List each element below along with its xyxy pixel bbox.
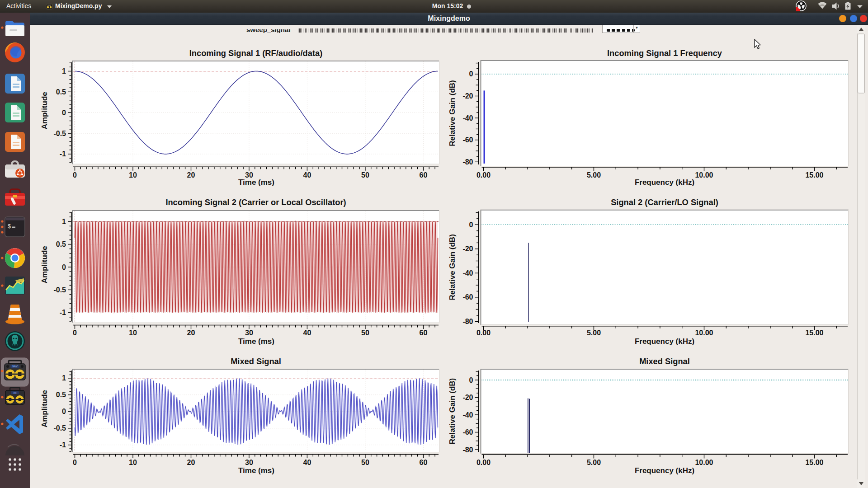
svg-text:Time (ms): Time (ms) <box>238 178 274 187</box>
svg-text:Frequency (kHz): Frequency (kHz) <box>635 466 694 475</box>
svg-text:0: 0 <box>73 171 77 179</box>
svg-text:10: 10 <box>129 329 137 337</box>
svg-text:-80: -80 <box>462 158 473 166</box>
svg-text:0: 0 <box>62 408 66 415</box>
svg-text:Time (ms): Time (ms) <box>238 466 274 475</box>
svg-text:-40: -40 <box>462 114 473 122</box>
svg-text:-80: -80 <box>462 446 473 454</box>
svg-text:-20: -20 <box>462 245 473 253</box>
svg-text:15.00: 15.00 <box>805 459 823 466</box>
svg-text:5.00: 5.00 <box>587 171 601 179</box>
svg-text:-1: -1 <box>60 309 66 316</box>
svg-text:1: 1 <box>62 374 66 382</box>
svg-text:0.00: 0.00 <box>476 329 491 337</box>
svg-text:0: 0 <box>469 221 473 229</box>
svg-text:15.00: 15.00 <box>805 171 823 179</box>
svg-text:Signal 2 (Carrier/LO Signal): Signal 2 (Carrier/LO Signal) <box>611 197 718 207</box>
svg-text:0: 0 <box>73 459 77 466</box>
svg-text:40: 40 <box>303 459 311 466</box>
svg-text:20: 20 <box>187 171 195 179</box>
svg-text:1: 1 <box>62 218 66 225</box>
svg-text:10.00: 10.00 <box>695 171 713 179</box>
svg-text:0.5: 0.5 <box>56 391 66 399</box>
svg-text:10: 10 <box>129 459 137 466</box>
svg-text:15.00: 15.00 <box>805 329 823 337</box>
svg-text:1: 1 <box>62 67 66 75</box>
svg-text:-80: -80 <box>462 318 473 325</box>
svg-text:0.5: 0.5 <box>56 240 66 248</box>
svg-text:-40: -40 <box>462 411 473 419</box>
svg-text:Frequency (kHz): Frequency (kHz) <box>635 337 694 346</box>
svg-text:Relative Gain (dB): Relative Gain (dB) <box>448 378 457 444</box>
svg-text:-0.5: -0.5 <box>53 130 66 137</box>
svg-text:Mixed Signal: Mixed Signal <box>639 357 690 366</box>
svg-text:20: 20 <box>187 459 195 466</box>
svg-text:5.00: 5.00 <box>587 329 601 337</box>
svg-text:50: 50 <box>361 329 369 337</box>
svg-text:50: 50 <box>361 171 369 179</box>
svg-text:0.00: 0.00 <box>476 459 491 466</box>
svg-text:Incoming Signal 1 Frequency: Incoming Signal 1 Frequency <box>607 48 722 58</box>
svg-text:-60: -60 <box>462 293 473 301</box>
svg-text:0.5: 0.5 <box>56 88 66 96</box>
svg-text:Amplitude: Amplitude <box>40 92 49 129</box>
svg-text:0: 0 <box>73 329 77 337</box>
svg-text:Mixed Signal: Mixed Signal <box>231 357 281 366</box>
svg-text:10.00: 10.00 <box>695 459 713 466</box>
svg-text:60: 60 <box>420 171 428 179</box>
svg-text:-1: -1 <box>60 150 66 158</box>
svg-text:30: 30 <box>245 459 253 466</box>
svg-text:-20: -20 <box>462 92 473 100</box>
svg-text:50: 50 <box>361 459 369 466</box>
svg-text:0.00: 0.00 <box>476 171 491 179</box>
svg-text:30: 30 <box>245 171 253 179</box>
svg-text:Relative Gain (dB): Relative Gain (dB) <box>448 80 457 146</box>
svg-text:10.00: 10.00 <box>695 329 713 337</box>
svg-text:20: 20 <box>187 329 195 337</box>
svg-text:Frequency (kHz): Frequency (kHz) <box>635 178 694 187</box>
svg-text:Relative Gain (dB): Relative Gain (dB) <box>448 234 457 300</box>
svg-text:-0.5: -0.5 <box>53 286 66 294</box>
svg-text:0: 0 <box>469 70 473 78</box>
svg-text:60: 60 <box>420 329 428 337</box>
svg-text:-60: -60 <box>462 428 473 436</box>
svg-text:-1: -1 <box>60 441 66 449</box>
svg-text:30: 30 <box>245 329 253 337</box>
svg-text:60: 60 <box>420 459 428 466</box>
svg-text:0: 0 <box>469 376 473 384</box>
svg-text:-0.5: -0.5 <box>53 424 66 432</box>
svg-text:10: 10 <box>129 171 137 179</box>
svg-text:0: 0 <box>62 109 66 117</box>
svg-text:5.00: 5.00 <box>587 459 601 466</box>
svg-text:0: 0 <box>62 263 66 271</box>
svg-text:Incoming Signal 2 (Carrier or: Incoming Signal 2 (Carrier or Local Osci… <box>165 197 346 207</box>
svg-text:-60: -60 <box>462 136 473 144</box>
svg-text:40: 40 <box>303 329 311 337</box>
svg-text:-40: -40 <box>462 269 473 277</box>
svg-text:Amplitude: Amplitude <box>40 246 49 283</box>
svg-text:Time (ms): Time (ms) <box>238 337 274 346</box>
svg-text:-20: -20 <box>462 394 473 401</box>
svg-text:Amplitude: Amplitude <box>40 390 49 427</box>
svg-text:40: 40 <box>303 171 311 179</box>
svg-text:Incoming Signal 1 (RF/audio/da: Incoming Signal 1 (RF/audio/data) <box>189 48 323 58</box>
